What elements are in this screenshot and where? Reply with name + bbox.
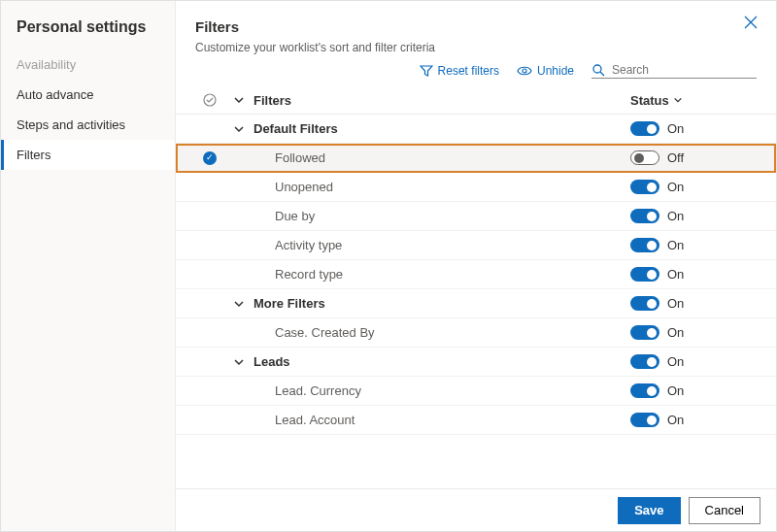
cancel-button[interactable]: Cancel [689,497,760,524]
sidebar-item-steps[interactable]: Steps and activities [1,110,175,140]
row-label: Record type [253,267,630,282]
status-toggle[interactable] [630,413,659,427]
unhide-button[interactable]: Unhide [517,64,574,78]
main-panel: Filters Customize your worklist's sort a… [176,1,776,531]
row-label: Activity type [253,238,630,252]
chevron-down-icon [233,356,245,368]
row-expand[interactable] [224,123,253,135]
svg-point-3 [204,94,216,106]
row-label: Case. Created By [253,325,630,340]
check-icon [203,151,217,165]
status-toggle[interactable] [630,383,659,398]
save-button[interactable]: Save [618,497,680,524]
row-label: Unopened [253,180,630,194]
table-row[interactable]: Due byOn [176,202,776,231]
svg-point-1 [593,65,601,73]
toolbar: Reset filters Unhide [176,62,776,84]
app-root: Personal settings Availability Auto adva… [0,0,777,532]
status-toggle[interactable] [630,121,659,136]
row-status: On [630,383,757,398]
status-label: Off [667,150,684,165]
status-toggle[interactable] [630,296,659,311]
row-label: Default Filters [253,121,630,136]
eye-icon [517,65,532,77]
status-label: On [667,180,684,194]
search-box[interactable] [591,62,757,79]
chevron-down-icon [233,94,245,106]
status-label: On [667,354,684,369]
panel-header: Filters Customize your worklist's sort a… [176,1,776,62]
row-expand[interactable] [224,298,253,310]
status-label: On [667,238,684,252]
table-row[interactable]: Record typeOn [176,260,776,289]
status-label: On [667,325,684,340]
status-label: On [667,267,684,282]
filter-icon [420,64,433,78]
close-icon [743,15,759,30]
row-status: On [630,180,757,194]
sidebar-item-filters[interactable]: Filters [1,140,175,170]
table-row[interactable]: Lead. CurrencyOn [176,377,776,406]
search-input[interactable] [610,62,726,78]
row-status: On [630,354,757,369]
table-row[interactable]: Case. Created ByOn [176,318,776,348]
unhide-label: Unhide [537,64,574,78]
select-all[interactable] [195,92,224,108]
chevron-down-icon [673,95,683,105]
search-icon [591,63,605,77]
table-row[interactable]: LeadsOn [176,348,776,377]
row-label: Followed [253,150,630,165]
sidebar-item-auto-advance[interactable]: Auto advance [1,80,175,110]
status-toggle[interactable] [630,325,659,340]
table-row[interactable]: Activity typeOn [176,231,776,260]
status-toggle[interactable] [630,267,659,282]
status-label: On [667,121,684,136]
row-label: Lead. Currency [253,383,630,398]
row-status: On [630,296,757,311]
row-label: Lead. Account [253,413,630,427]
close-button[interactable] [743,15,759,30]
status-toggle[interactable] [630,238,659,252]
sidebar-title: Personal settings [1,1,175,50]
reset-filters-button[interactable]: Reset filters [420,64,499,78]
status-toggle[interactable] [630,180,659,194]
status-label: On [667,296,684,311]
row-status: On [630,413,757,427]
row-label: Due by [253,209,630,223]
column-status[interactable]: Status [630,93,757,108]
table-header: Filters Status [176,84,776,115]
row-expand[interactable] [224,356,253,368]
row-status: Off [630,150,757,165]
expand-all[interactable] [224,94,253,106]
page-subtitle: Customize your worklist's sort and filte… [195,41,757,54]
svg-point-0 [523,69,526,73]
svg-line-2 [600,72,604,76]
sidebar: Personal settings Availability Auto adva… [1,1,176,531]
row-status: On [630,121,757,136]
footer: Save Cancel [176,488,776,531]
reset-filters-label: Reset filters [438,64,499,78]
table-row[interactable]: UnopenedOn [176,173,776,202]
row-status: On [630,238,757,252]
sidebar-item-availability[interactable]: Availability [1,50,175,80]
status-label: On [667,383,684,398]
chevron-down-icon [233,298,245,310]
table-row[interactable]: Lead. AccountOn [176,406,776,435]
row-status: On [630,267,757,282]
table-row[interactable]: FollowedOff [176,144,776,173]
chevron-down-icon [233,123,245,135]
row-label: More Filters [253,296,630,311]
status-toggle[interactable] [630,150,659,165]
row-status: On [630,325,757,340]
page-title: Filters [195,18,757,35]
row-status: On [630,209,757,223]
row-label: Leads [253,354,630,369]
status-label: On [667,413,684,427]
status-label: On [667,209,684,223]
table-row[interactable]: Default FiltersOn [176,115,776,144]
table-row[interactable]: More FiltersOn [176,289,776,318]
status-toggle[interactable] [630,209,659,223]
row-checkbox[interactable] [195,151,224,165]
status-toggle[interactable] [630,354,659,369]
column-name[interactable]: Filters [253,93,630,108]
